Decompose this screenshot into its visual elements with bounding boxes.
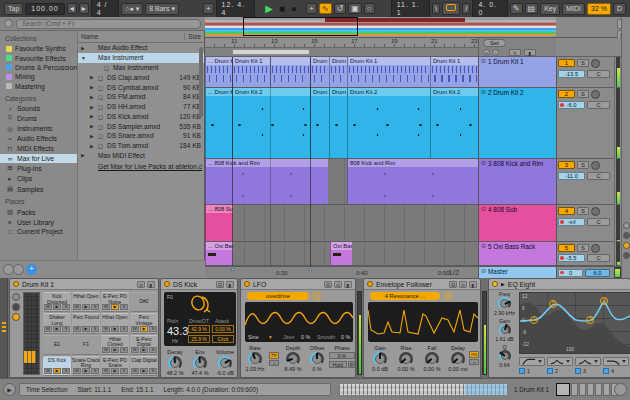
lock-envelopes-icon[interactable]: ▮: [524, 49, 536, 56]
session-record-icon[interactable]: ○: [364, 3, 375, 14]
punch-out-icon[interactable]: /: [462, 3, 470, 14]
unfold-triangle-icon[interactable]: ▶: [501, 281, 505, 287]
file-list-item[interactable]: ▶ ◻ DS Clap.amxd 149 KB: [78, 72, 204, 82]
device-header[interactable]: DS Kick ⊟▮: [161, 279, 237, 290]
solo-button[interactable]: S: [577, 161, 589, 169]
drum-pad[interactable]: DS Kick M ▶ S: [43, 356, 71, 376]
drum-pad[interactable]: E1 M ▶ S: [43, 335, 71, 355]
decay-knob[interactable]: [168, 356, 182, 370]
computer-midi-keyboard-icon[interactable]: ▤: [525, 3, 539, 14]
pad-mute-button[interactable]: M: [102, 326, 110, 332]
pitch-value[interactable]: 43.3: [167, 325, 188, 337]
pad-mute-button[interactable]: M: [44, 326, 52, 332]
unmap-icon[interactable]: ×: [313, 292, 321, 300]
overdub-icon[interactable]: +: [306, 3, 317, 14]
file-list-item[interactable]: ▶ ◻ DS FM.amxd 84 KB: [78, 92, 204, 102]
arrangement-clip[interactable]: Drum Kit 2: [347, 88, 430, 158]
add-folder-icon[interactable]: +: [26, 264, 37, 275]
pan-field[interactable]: C: [587, 101, 610, 109]
phase-value[interactable]: 0 %: [329, 352, 355, 359]
arrangement-clip[interactable]: ... Drum Kit: [205, 88, 232, 158]
sidebar-item-collection[interactable]: Favourite Effects: [0, 53, 77, 62]
volume-field[interactable]: -6.0: [558, 101, 585, 109]
rate-knob[interactable]: [248, 352, 262, 366]
expand-arrow-icon[interactable]: ▶: [90, 133, 96, 139]
pad-play-button[interactable]: ▶: [111, 326, 119, 332]
lfo-waveform-display[interactable]: Sine ▾ Jitter 0 % Smooth 0 %: [245, 302, 353, 342]
wave-type[interactable]: Sine: [248, 334, 259, 340]
track-activator[interactable]: 2: [558, 90, 575, 98]
selection-handle-left[interactable]: [231, 268, 234, 271]
sidebar-item-category[interactable]: ⊓ MIDI Effects: [0, 143, 77, 153]
browser-settings-icon[interactable]: [4, 19, 13, 28]
file-list-header[interactable]: Name Size: [78, 31, 204, 43]
sidebar-item-category[interactable]: ▤ Samples: [0, 184, 77, 194]
reenable-automation-icon[interactable]: ↺: [334, 3, 347, 14]
time-signature-field[interactable]: 4 / 4: [91, 0, 120, 19]
arrangement-clip[interactable]: Drum Kit 1: [347, 57, 430, 87]
sidebar-item-category[interactable]: ◎ Instruments: [0, 124, 77, 134]
clip-overview-strip[interactable]: [338, 383, 508, 396]
band-active-toggle[interactable]: [575, 368, 581, 374]
expand-arrow-icon[interactable]: ▶: [81, 45, 87, 51]
drum-pad[interactable]: E-Perc PO Snare M ▶ S: [101, 356, 129, 376]
eq-node-3[interactable]: 3: [586, 316, 594, 324]
device-on-toggle[interactable]: [492, 281, 498, 287]
hold-button[interactable]: Hold: [329, 361, 347, 368]
pad-solo-button[interactable]: S: [62, 326, 70, 332]
overview-viewport-box[interactable]: [243, 17, 358, 36]
pad-mute-button[interactable]: M: [44, 304, 52, 310]
pad-play-button[interactable]: ▶: [82, 368, 90, 374]
expand-arrow-icon[interactable]: ▼: [81, 55, 87, 61]
pad-mute-button[interactable]: M: [44, 368, 52, 374]
device-on-toggle[interactable]: [13, 281, 19, 287]
pad-solo-button[interactable]: S: [120, 304, 128, 310]
pad-play-button[interactable]: ▶: [111, 368, 119, 374]
eq-node-1[interactable]: 1: [530, 316, 538, 324]
sidebar-item-category[interactable]: ▸ Clips: [0, 174, 77, 184]
arrangement-clip[interactable]: Drum K: [329, 57, 347, 87]
freq-value[interactable]: 2.90 kHz: [491, 310, 518, 316]
device-on-toggle[interactable]: [164, 281, 170, 287]
size-column-header[interactable]: Size: [184, 33, 201, 40]
retrigger-button[interactable]: R: [348, 361, 355, 368]
automation-arm-icon[interactable]: ∿: [319, 3, 332, 14]
save-preset-icon[interactable]: ▮: [147, 281, 155, 288]
mixer-toggle-icon[interactable]: [623, 242, 630, 249]
show-io-icon[interactable]: [12, 293, 20, 301]
device-thumb[interactable]: [571, 383, 578, 396]
nudge-up-icon[interactable]: ▸: [79, 3, 89, 14]
arm-button[interactable]: [591, 90, 600, 99]
file-list-item[interactable]: ▶ ◻ DS Tom.amxd 184 KB: [78, 141, 204, 151]
pad-play-button[interactable]: ▶: [111, 347, 119, 353]
track-lane-oxi-bass[interactable]: ... Oxi BassOxi Bas: [205, 242, 478, 266]
device-header[interactable]: LFO ⊟⊘▮: [241, 279, 355, 290]
show-pads-icon[interactable]: [12, 313, 20, 321]
sync-toggle[interactable]: ♪: [269, 360, 279, 367]
draw-mode-icon[interactable]: ✎: [510, 3, 523, 14]
fold-icon[interactable]: ⊙: [481, 268, 486, 277]
drum-pad[interactable]: D#2 M ▶ S: [130, 292, 158, 312]
arrangement-overview[interactable]: [205, 17, 556, 38]
filter-type-selector[interactable]: [547, 357, 573, 366]
arrangement-clip[interactable]: Drum Kit 2: [232, 88, 310, 158]
solo-button[interactable]: S: [577, 90, 589, 98]
disk-overload-indicator[interactable]: D: [613, 3, 626, 15]
device-header[interactable]: Envelope Follower ⊟⊘▮: [364, 279, 480, 290]
sidebar-item-place[interactable]: ≡ User Library: [0, 218, 77, 227]
click-toggle[interactable]: Click: [212, 335, 234, 343]
drum-pad[interactable]: E-Perc PO Noise M ▶ S: [101, 292, 129, 312]
status-play-icon[interactable]: ▶: [3, 383, 16, 396]
file-list-item[interactable]: ▶ ◻ DS HH.amxd 77 KB: [78, 102, 204, 112]
master-cue-field[interactable]: 6.0: [585, 269, 610, 277]
sidebar-item-collection[interactable]: Mastering: [0, 82, 77, 91]
arm-button[interactable]: [591, 59, 600, 68]
pad-solo-button[interactable]: S: [149, 326, 157, 332]
smooth-value[interactable]: 0 %: [341, 334, 350, 340]
unfold-icon[interactable]: ⊟: [449, 281, 457, 288]
arm-button[interactable]: [591, 244, 600, 253]
gain-value[interactable]: 1.61 dB: [491, 336, 518, 342]
loop-switch[interactable]: [442, 2, 460, 15]
track-activator[interactable]: 3: [558, 161, 575, 169]
pad-solo-button[interactable]: S: [120, 326, 128, 332]
